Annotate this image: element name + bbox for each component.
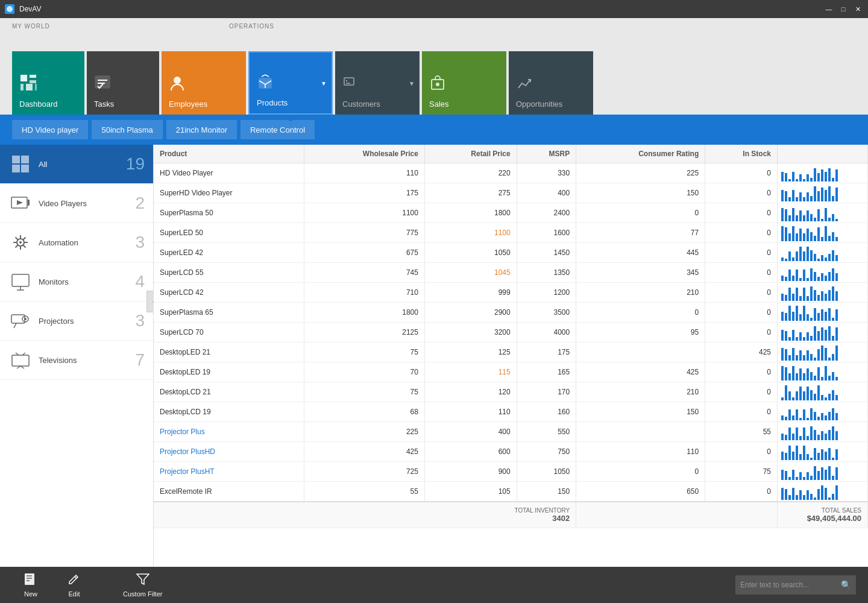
sparkline-cell	[778, 283, 868, 303]
table-row: HD Video Player 110 220 330 225 0	[154, 163, 868, 183]
retail-cell: 1050	[424, 243, 517, 263]
sub-nav-hd-video-player[interactable]: HD Video player	[12, 120, 88, 139]
title-bar-left: DevAV	[5, 4, 41, 14]
nav-tile-products-wrapper: Products ▼	[248, 51, 333, 115]
table-row: SuperLCD 70 2125 3200 4000 95 0	[154, 323, 868, 343]
svg-rect-5	[26, 84, 33, 90]
content-area: Product Wholesale Price Retail Price MSR…	[154, 145, 868, 567]
sub-nav-50inch-plasma[interactable]: 50inch Plasma	[92, 120, 162, 139]
product-cell: DesktopLED 21	[154, 343, 304, 362]
nav-tile-customers[interactable]: Customers ▼	[335, 51, 420, 115]
sidebar-item-automation[interactable]: Automation 3	[0, 223, 153, 262]
sidebar-collapse-button[interactable]: ‹	[146, 291, 154, 312]
my-world-label: MY WORLD	[12, 23, 50, 30]
retail-cell: 1100	[424, 223, 517, 243]
minimize-button[interactable]: —	[823, 4, 834, 14]
msrp-cell: 550	[517, 422, 576, 442]
sub-nav-21inch-monitor[interactable]: 21inch Monitor	[166, 120, 237, 139]
rating-cell: 425	[576, 362, 705, 382]
dashboard-icon	[19, 74, 37, 96]
instock-cell: 75	[705, 462, 778, 482]
sparkline-cell	[778, 183, 868, 203]
col-rating[interactable]: Consumer Rating	[576, 145, 705, 163]
instock-cell: 0	[705, 362, 778, 382]
rating-cell: 95	[576, 323, 705, 343]
sidebar-item-televisions[interactable]: Televisions 7	[0, 341, 153, 380]
product-cell: SuperHD Video Player	[154, 183, 304, 203]
sidebar-item-video-players[interactable]: Video Players 2	[0, 184, 153, 223]
col-instock[interactable]: In Stock	[705, 145, 778, 163]
retail-cell: 900	[424, 462, 517, 482]
automation-count: 3	[135, 233, 145, 252]
customers-dropdown-icon: ▼	[409, 80, 415, 86]
rating-cell: 77	[576, 223, 705, 243]
new-icon	[24, 572, 37, 589]
close-button[interactable]: ✕	[852, 4, 863, 14]
nav-tile-sales[interactable]: Sales	[422, 51, 506, 115]
sidebar-item-projectors[interactable]: Projectors 3	[0, 302, 153, 341]
wholesale-cell: 675	[304, 243, 424, 263]
svg-rect-13	[344, 78, 354, 85]
svg-rect-3	[30, 80, 36, 83]
sidebar-item-monitors[interactable]: Monitors 4	[0, 262, 153, 302]
nav-tile-tasks[interactable]: Tasks	[87, 51, 159, 115]
custom-filter-button[interactable]: Custom Filter	[111, 569, 174, 601]
rating-cell: 345	[576, 263, 705, 283]
instock-cell: 0	[705, 183, 778, 203]
table-row: SuperLCD 55 745 1045 1350 345 0	[154, 263, 868, 283]
nav-tile-opportunities[interactable]: Opportunities	[509, 51, 593, 115]
automation-icon	[10, 232, 31, 253]
nav-tile-dashboard[interactable]: Dashboard	[12, 51, 84, 115]
edit-icon	[68, 572, 81, 589]
televisions-icon	[10, 349, 31, 371]
msrp-cell: 1600	[517, 223, 576, 243]
product-cell[interactable]: Projector Plus	[154, 422, 304, 442]
instock-cell: 0	[705, 203, 778, 223]
sparkline-cell	[778, 303, 868, 323]
retail-cell: 120	[424, 382, 517, 402]
products-icon	[257, 74, 274, 95]
sparkline-cell	[778, 223, 868, 243]
svg-rect-18	[12, 156, 20, 163]
product-cell[interactable]: Projector PlusHD	[154, 442, 304, 462]
nav-tiles: Dashboard Tasks Employees Products ▼	[12, 18, 856, 115]
msrp-cell: 160	[517, 402, 576, 422]
rating-cell	[576, 422, 705, 442]
nav-tile-employees[interactable]: Employees	[162, 51, 246, 115]
col-msrp[interactable]: MSRP	[517, 145, 576, 163]
instock-cell: 0	[705, 482, 778, 502]
product-cell[interactable]: Projector PlusHT	[154, 462, 304, 482]
retail-cell: 600	[424, 442, 517, 462]
sub-nav-remote-control[interactable]: Remote Control	[241, 120, 315, 139]
wholesale-cell: 745	[304, 263, 424, 283]
edit-label: Edit	[69, 590, 80, 598]
nav-tile-products[interactable]: Products ▼	[248, 51, 333, 115]
col-wholesale[interactable]: Wholesale Price	[304, 145, 424, 163]
sparkline-cell	[778, 422, 868, 442]
col-product[interactable]: Product	[154, 145, 304, 163]
table-row: Projector Plus 225 400 550 55	[154, 422, 868, 442]
sub-nav: HD Video player 50inch Plasma 21inch Mon…	[0, 115, 868, 145]
wholesale-cell: 55	[304, 482, 424, 502]
projectors-icon	[10, 310, 31, 332]
maximize-button[interactable]: □	[838, 4, 849, 14]
col-retail[interactable]: Retail Price	[424, 145, 517, 163]
sales-label: TOTAL SALES	[784, 507, 861, 514]
products-label: Products	[257, 98, 288, 107]
bottom-toolbar: New Edit Custom Filter 🔍	[0, 567, 868, 603]
search-input[interactable]	[740, 581, 837, 589]
projectors-label: Projectors	[39, 317, 143, 326]
rating-cell: 210	[576, 382, 705, 402]
sidebar-item-all[interactable]: All 19	[0, 145, 153, 184]
search-box[interactable]: 🔍	[735, 575, 856, 595]
rating-cell: 225	[576, 163, 705, 183]
video-players-count: 2	[135, 194, 145, 213]
retail-cell: 1045	[424, 263, 517, 283]
new-button[interactable]: New	[12, 569, 49, 601]
product-cell: SuperLCD 42	[154, 283, 304, 303]
product-cell: SuperLCD 70	[154, 323, 304, 343]
svg-marker-23	[17, 200, 23, 205]
edit-button[interactable]: Edit	[55, 569, 93, 601]
svg-line-31	[16, 238, 18, 240]
sparkline-cell	[778, 382, 868, 402]
